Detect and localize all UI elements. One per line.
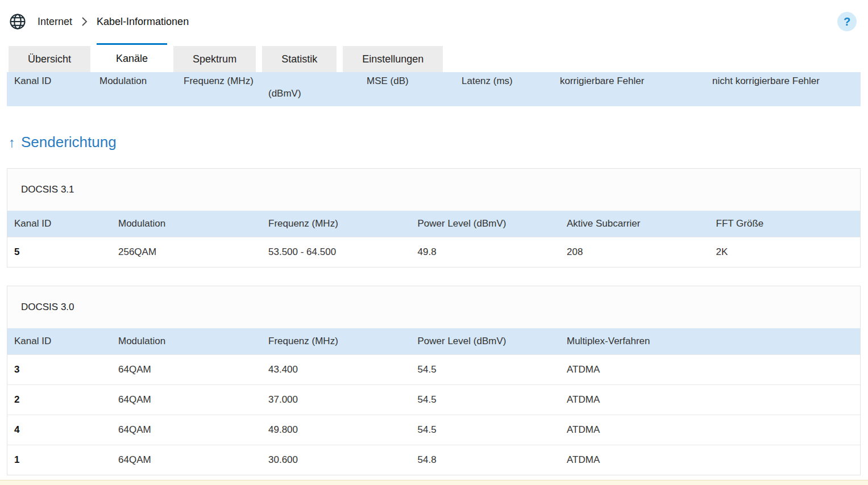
globe-icon bbox=[9, 13, 26, 30]
tab-einstellungen[interactable]: Einstellungen bbox=[343, 46, 443, 72]
cell-modulation: 64QAM bbox=[111, 355, 261, 385]
cell-power-level: 54.5 bbox=[411, 355, 560, 385]
cell-multiplex-verfahren: ATDMA bbox=[560, 415, 860, 445]
cell-kanal-id: 2 bbox=[7, 385, 111, 415]
col-header: (dBmV) bbox=[268, 88, 301, 99]
cell-kanal-id: 3 bbox=[7, 355, 111, 385]
table-header-row: Kanal ID Modulation Frequenz (MHz) Power… bbox=[7, 211, 860, 237]
col-header-frequenz: Frequenz (MHz) bbox=[261, 211, 411, 237]
cell-frequenz: 30.600 bbox=[261, 445, 411, 475]
col-header-kanal-id: Kanal ID bbox=[7, 211, 111, 237]
tab-spektrum[interactable]: Spektrum bbox=[173, 46, 256, 72]
cell-multiplex-verfahren: ATDMA bbox=[560, 445, 860, 475]
breadcrumb-internet[interactable]: Internet bbox=[38, 16, 72, 28]
docsis30-table-card: DOCSIS 3.0 Kanal ID Modulation Frequenz … bbox=[7, 286, 861, 475]
upstream-arrow-icon: ↑ bbox=[9, 136, 15, 149]
col-header-multiplex-verfahren: Multiplex-Verfahren bbox=[560, 328, 860, 355]
cell-kanal-id: 1 bbox=[7, 445, 111, 475]
col-header: nicht korrigierbare Fehler bbox=[712, 76, 820, 87]
docsis30-table: Kanal ID Modulation Frequenz (MHz) Power… bbox=[7, 328, 860, 475]
docsis31-table: Kanal ID Modulation Frequenz (MHz) Power… bbox=[7, 211, 860, 267]
cell-multiplex-verfahren: ATDMA bbox=[560, 355, 860, 385]
table-row: 1 64QAM 30.600 54.8 ATDMA bbox=[7, 445, 860, 475]
cell-frequenz: 43.400 bbox=[261, 355, 411, 385]
cell-power-level: 54.5 bbox=[411, 385, 560, 415]
table-row: 5 256QAM 53.500 - 64.500 49.8 208 2K bbox=[7, 237, 860, 267]
docsis31-group-title: DOCSIS 3.1 bbox=[7, 169, 860, 211]
chevron-right-icon bbox=[81, 16, 88, 27]
cell-modulation: 64QAM bbox=[111, 415, 261, 445]
tab-statistik[interactable]: Statistik bbox=[262, 46, 337, 72]
page-title: Kabel-Informationen bbox=[97, 16, 189, 28]
col-header-kanal-id: Kanal ID bbox=[7, 328, 111, 355]
tab-uebersicht[interactable]: Übersicht bbox=[9, 46, 90, 72]
col-header-aktive-subcarrier: Aktive Subcarrier bbox=[560, 211, 709, 237]
table-row: 2 64QAM 37.000 54.5 ATDMA bbox=[7, 385, 860, 415]
col-header: Latenz (ms) bbox=[462, 76, 513, 87]
col-header-power-level: Power Level (dBmV) bbox=[411, 211, 560, 237]
docsis30-group-title: DOCSIS 3.0 bbox=[7, 286, 860, 328]
cell-power-level: 49.8 bbox=[411, 237, 560, 267]
cell-kanal-id: 4 bbox=[7, 415, 111, 445]
col-header-power-level: Power Level (dBmV) bbox=[411, 328, 560, 355]
help-button[interactable]: ? bbox=[837, 12, 857, 31]
col-header-modulation: Modulation bbox=[111, 211, 261, 237]
cell-modulation: 256QAM bbox=[111, 237, 261, 267]
cell-power-level: 54.5 bbox=[411, 415, 560, 445]
breadcrumb-bar: Internet Kabel-Informationen ? bbox=[0, 0, 868, 43]
footer-strip bbox=[0, 480, 868, 485]
tab-bar: Übersicht Kanäle Spektrum Statistik Eins… bbox=[0, 43, 868, 72]
section-heading-senderichtung: ↑ Senderichtung bbox=[9, 133, 868, 151]
table-header-row: Kanal ID Modulation Frequenz (MHz) Power… bbox=[7, 328, 860, 355]
downstream-table-header-clipped: Kanal ID Modulation Frequenz (MHz) (dBmV… bbox=[7, 72, 861, 106]
col-header: Frequenz (MHz) bbox=[184, 76, 254, 87]
tab-kanaele[interactable]: Kanäle bbox=[97, 43, 167, 72]
cell-power-level: 54.8 bbox=[411, 445, 560, 475]
cell-frequenz: 49.800 bbox=[261, 415, 411, 445]
col-header: Modulation bbox=[99, 76, 147, 87]
cell-multiplex-verfahren: ATDMA bbox=[560, 385, 860, 415]
table-row: 4 64QAM 49.800 54.5 ATDMA bbox=[7, 415, 860, 445]
cell-kanal-id: 5 bbox=[7, 237, 111, 267]
table-row: 3 64QAM 43.400 54.5 ATDMA bbox=[7, 355, 860, 385]
col-header-fft-groesse: FFT Größe bbox=[709, 211, 861, 237]
col-header-modulation: Modulation bbox=[111, 328, 261, 355]
col-header-frequenz: Frequenz (MHz) bbox=[261, 328, 411, 355]
docsis31-table-card: DOCSIS 3.1 Kanal ID Modulation Frequenz … bbox=[7, 168, 861, 267]
cell-aktive-subcarrier: 208 bbox=[560, 237, 709, 267]
cell-modulation: 64QAM bbox=[111, 385, 261, 415]
cell-fft-groesse: 2K bbox=[709, 237, 861, 267]
col-header: korrigierbare Fehler bbox=[560, 76, 644, 87]
col-header: Kanal ID bbox=[14, 76, 51, 87]
cell-modulation: 64QAM bbox=[111, 445, 261, 475]
col-header: MSE (dB) bbox=[367, 76, 409, 87]
section-title: Senderichtung bbox=[21, 133, 117, 151]
cell-frequenz: 37.000 bbox=[261, 385, 411, 415]
cell-frequenz: 53.500 - 64.500 bbox=[261, 237, 411, 267]
